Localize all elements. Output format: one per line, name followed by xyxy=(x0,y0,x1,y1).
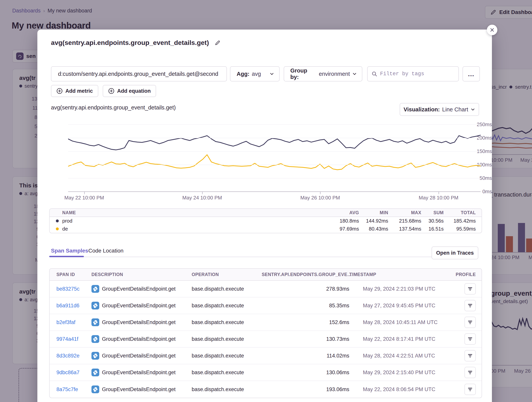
profiling-icon xyxy=(468,370,473,375)
span-sample-row: 8a75c7fe GroupEventDetailsEndpoint.get b… xyxy=(50,381,481,398)
python-icon xyxy=(91,318,99,326)
samples-table-header: SPAN IDDESCRIPTIONOPERATIONSENTRY.API.EN… xyxy=(50,269,481,281)
span-timestamp: May 22, 2024 8:17:41 PM UTC xyxy=(349,336,454,342)
metric-query-input[interactable] xyxy=(51,66,227,81)
x-tick-mark xyxy=(84,192,85,194)
profile-button[interactable] xyxy=(464,367,476,378)
visualization-dropdown[interactable]: Visualization: Line Chart xyxy=(400,103,479,116)
summary-table-row[interactable]: prod 180.8ms 144.92ms 215.68ms 30.56s 18… xyxy=(50,217,481,225)
span-description: GroupEventDetailsEndpoint.get xyxy=(102,286,176,292)
aggregate-label: Agg: xyxy=(237,71,249,77)
x-tick-mark xyxy=(320,192,321,194)
add-equation-button[interactable]: Add equation xyxy=(103,85,156,97)
tab-active-indicator xyxy=(49,256,84,257)
span-operation: base.dispatch.execute xyxy=(192,353,262,359)
tab-span-samples[interactable]: Span Samples xyxy=(51,248,88,254)
summary-column-header: SUM xyxy=(421,210,444,215)
span-description: GroupEventDetailsEndpoint.get xyxy=(102,319,176,325)
line-chart-plot-area[interactable] xyxy=(68,124,481,192)
plus-circle-icon xyxy=(108,88,114,94)
span-id-link[interactable]: b2ef3faf xyxy=(57,319,91,325)
python-icon xyxy=(91,335,99,343)
chevron-down-icon xyxy=(352,72,357,76)
profile-button[interactable] xyxy=(464,350,476,361)
span-duration-value: 193.06ms xyxy=(262,386,349,392)
series-color-dot xyxy=(56,219,59,222)
span-duration-value: 114.02ms xyxy=(262,353,349,359)
aggregate-value: avg xyxy=(252,71,261,77)
x-tick-mark xyxy=(202,192,203,194)
span-operation: base.dispatch.execute xyxy=(192,386,262,392)
samples-table-body: be83275c GroupEventDetailsEndpoint.get b… xyxy=(50,281,481,398)
span-operation: base.dispatch.execute xyxy=(192,319,262,325)
summary-column-header: TOTAL xyxy=(444,210,476,215)
summary-column-header: MIN xyxy=(359,210,388,215)
span-id-link[interactable]: 8a75c7fe xyxy=(57,386,91,392)
overflow-menu-button[interactable]: … xyxy=(462,66,480,81)
profile-button[interactable] xyxy=(464,283,476,295)
span-timestamp: May 27, 2024 9:45:45 PM UTC xyxy=(349,303,454,309)
series-de xyxy=(68,155,481,170)
profile-button[interactable] xyxy=(464,300,476,311)
gridline xyxy=(68,178,481,179)
span-id-link[interactable]: be83275c xyxy=(57,286,91,292)
summary-table-header: NAMEAVGMINMAXSUMTOTAL xyxy=(50,209,481,217)
span-id-link[interactable]: 8d3c892e xyxy=(57,353,91,359)
span-sample-row: 9dbc86a7 GroupEventDetailsEndpoint.get b… xyxy=(50,364,481,381)
add-equation-label: Add equation xyxy=(117,88,151,94)
visualization-label: Visualization: xyxy=(404,106,440,113)
samples-column-header: PROFILE xyxy=(454,272,476,277)
samples-column-header: OPERATION xyxy=(192,272,262,277)
chart-query-label: avg(sentry.api.endpoints.group_event_det… xyxy=(51,104,176,111)
metric-details-modal: avg(sentry.api.endpoints.group_event_det… xyxy=(37,30,492,402)
span-sample-row: 8d3c892e GroupEventDetailsEndpoint.get b… xyxy=(50,347,481,364)
span-id-link[interactable]: b6a911d6 xyxy=(57,303,91,309)
profiling-icon xyxy=(468,286,473,291)
summary-table-row[interactable]: de 97.69ms 80.43ms 137.54ms 16.51s 95.59… xyxy=(50,225,481,233)
close-modal-button[interactable] xyxy=(487,25,497,35)
filter-tags-box xyxy=(367,66,459,81)
summary-column-header: MAX xyxy=(388,210,421,215)
samples-column-header: DESCRIPTION xyxy=(91,272,192,277)
span-id-link[interactable]: 9dbc86a7 xyxy=(57,370,91,376)
series-sum: 30.56s xyxy=(421,218,444,224)
group-by-label: Group by: xyxy=(290,68,317,80)
span-description: GroupEventDetailsEndpoint.get xyxy=(102,386,176,392)
chart-x-axis-line xyxy=(68,192,481,192)
python-icon xyxy=(91,352,99,360)
series-prod xyxy=(68,135,481,150)
gridline xyxy=(68,124,481,125)
span-sample-row: b2ef3faf GroupEventDetailsEndpoint.get b… xyxy=(50,314,481,331)
python-icon xyxy=(91,285,99,293)
profile-button[interactable] xyxy=(464,333,476,345)
samples-column-header: SPAN ID xyxy=(57,272,91,277)
modal-title-row: avg(sentry.api.endpoints.group_event_det… xyxy=(51,39,221,46)
series-max: 215.68ms xyxy=(388,218,421,224)
series-min: 80.43ms xyxy=(359,226,388,232)
x-tick-mark xyxy=(439,192,439,194)
profiling-icon xyxy=(468,320,473,325)
group-by-dropdown[interactable]: Group by: environment xyxy=(284,66,362,81)
chevron-down-icon xyxy=(270,72,274,76)
series-avg: 180.8ms xyxy=(328,218,359,224)
aggregate-dropdown[interactable]: Agg: avg xyxy=(230,66,280,81)
filter-tags-input[interactable] xyxy=(380,71,455,77)
series-name: prod xyxy=(62,218,72,224)
series-sum: 16.51s xyxy=(421,226,444,232)
profile-button[interactable] xyxy=(464,317,476,328)
gridline xyxy=(68,151,481,152)
profile-button[interactable] xyxy=(464,384,476,395)
series-color-dot xyxy=(56,228,59,230)
x-tick-label: May 22 10:00 PM xyxy=(64,195,104,201)
edit-title-pencil-icon[interactable] xyxy=(215,40,221,46)
x-tick-label: May 24 10:00 PM xyxy=(182,195,222,201)
tab-code-location[interactable]: Code Location xyxy=(88,248,124,254)
add-metric-button[interactable]: Add metric xyxy=(51,85,98,97)
span-timestamp: May 22, 2024 8:06:54 PM UTC xyxy=(349,386,454,392)
span-timestamp: May 28, 2024 4:22:51 AM UTC xyxy=(349,353,454,359)
span-duration-value: 152.6ms xyxy=(262,319,349,325)
modal-title: avg(sentry.api.endpoints.group_event_det… xyxy=(51,39,209,46)
span-description: GroupEventDetailsEndpoint.get xyxy=(102,353,176,359)
span-id-link[interactable]: 9974a41f xyxy=(57,336,91,342)
open-in-traces-button[interactable]: Open in Traces xyxy=(432,247,478,259)
